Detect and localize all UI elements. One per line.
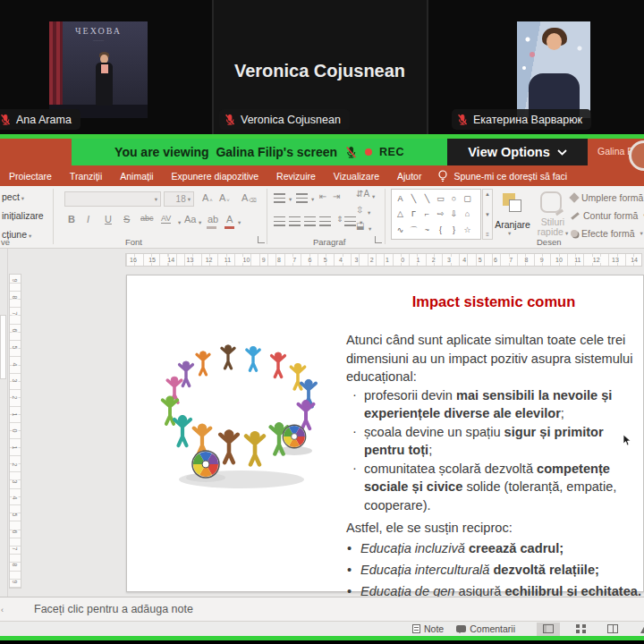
normal-view-button[interactable] bbox=[537, 623, 560, 636]
notes-resize-icon[interactable]: ‹ bbox=[1, 606, 4, 614]
clear-formatting-button[interactable]: A⌫ bbox=[242, 193, 257, 203]
participant-video bbox=[517, 21, 590, 118]
mic-muted-icon bbox=[456, 114, 469, 126]
ruler-number: 0 bbox=[13, 429, 19, 433]
text-direction-button[interactable]: ⇵A bbox=[356, 190, 369, 199]
comments-toggle-button[interactable]: Comentarii bbox=[456, 623, 515, 634]
tile-divider bbox=[427, 0, 428, 134]
ribbon-tab[interactable]: Animații bbox=[120, 171, 153, 182]
shape-icon[interactable]: ☆ bbox=[461, 223, 474, 238]
shape-icon[interactable]: ▭ bbox=[434, 191, 447, 206]
slide-sorter-view-button[interactable] bbox=[569, 623, 592, 636]
ruler-number: 3 bbox=[13, 379, 19, 383]
reset-button-partial[interactable]: inițializare bbox=[2, 210, 44, 221]
grow-font-button[interactable]: A˄ bbox=[202, 193, 213, 203]
align-text-button[interactable]: ⇳ bbox=[356, 206, 363, 215]
view-options-button[interactable]: View Options bbox=[447, 139, 588, 165]
bullet-marker: • bbox=[347, 538, 352, 559]
ruler-number: 12 bbox=[205, 257, 214, 263]
shape-icon[interactable]: { bbox=[434, 223, 447, 238]
reading-view-button[interactable] bbox=[601, 623, 624, 636]
bold-button[interactable]: B bbox=[68, 215, 75, 225]
layout-button-partial[interactable]: pect▾ bbox=[2, 191, 24, 202]
font-dialog-launcher[interactable] bbox=[258, 236, 265, 243]
scroll-up-icon[interactable]: ▲ bbox=[485, 191, 490, 197]
shape-icon[interactable]: ⇩ bbox=[447, 207, 461, 222]
ruler-number: 2 bbox=[13, 396, 19, 400]
shape-icon[interactable]: ⌐ bbox=[420, 207, 434, 222]
participant-name-label: Ana Arama bbox=[0, 109, 80, 130]
ribbon-tab[interactable]: Proiectare bbox=[9, 171, 52, 182]
ribbon-tab[interactable]: Ajutor bbox=[397, 171, 421, 182]
stage-backdrop-text: ЧЕХОВА bbox=[49, 26, 148, 36]
arrange-button[interactable]: Aranjare bbox=[490, 219, 535, 230]
shape-icon[interactable]: ⌂ bbox=[461, 207, 474, 222]
shape-icon[interactable]: ▢ bbox=[461, 191, 474, 206]
decrease-indent-button[interactable]: ⇤ bbox=[319, 192, 326, 201]
align-right-button[interactable] bbox=[304, 216, 316, 226]
line-spacing-button[interactable]: ⇕ bbox=[336, 216, 343, 224]
increase-indent-button[interactable]: ⇥ bbox=[333, 192, 340, 201]
arrange-caret: ▾ bbox=[508, 230, 511, 237]
shape-effects-button[interactable]: Efecte formă▾ bbox=[571, 228, 643, 239]
strikethrough-button[interactable]: S bbox=[123, 215, 130, 225]
ribbon-tab[interactable]: Expunere diapozitive bbox=[172, 171, 258, 182]
character-spacing-button[interactable]: AV bbox=[161, 215, 171, 224]
slideshow-button[interactable] bbox=[633, 623, 644, 636]
slide-canvas[interactable]: Impact sistemic comun Atunci când sunt a… bbox=[126, 275, 644, 592]
font-size-combo[interactable]: 18▾ bbox=[164, 191, 194, 207]
ruler-number: 1 bbox=[13, 446, 19, 450]
ruler-number: 6 bbox=[13, 329, 19, 333]
shape-icon[interactable]: ╲ bbox=[407, 191, 420, 206]
shape-icon[interactable]: ~ bbox=[420, 223, 434, 238]
shape-icon[interactable]: ⌒ bbox=[407, 223, 420, 238]
slide-title[interactable]: Impact sistemic comun bbox=[351, 293, 637, 310]
shape-icon[interactable]: ⇨ bbox=[434, 207, 447, 222]
shape-outline-button[interactable]: Contur formă▾ bbox=[571, 210, 644, 221]
notes-pane[interactable]: ‹ Faceți clic pentru a adăuga note bbox=[0, 597, 644, 621]
ruler-number: 4 bbox=[13, 362, 19, 366]
bullet-list-button[interactable] bbox=[274, 193, 285, 203]
mic-muted-icon bbox=[344, 146, 358, 159]
slide-body-text[interactable]: Atunci când sunt aplicate simultan toate… bbox=[346, 331, 644, 603]
shape-icon[interactable]: Γ bbox=[407, 207, 420, 222]
highlight-color-button[interactable]: ab bbox=[208, 215, 218, 225]
shape-fill-button[interactable]: Umplere formă▾ bbox=[571, 192, 644, 203]
bullet-marker: · bbox=[352, 386, 357, 404]
justify-button[interactable] bbox=[319, 216, 331, 226]
align-center-button[interactable] bbox=[289, 216, 301, 226]
font-name-combo[interactable]: ▾ bbox=[64, 191, 161, 207]
notes-toggle-button[interactable]: Note bbox=[412, 623, 444, 634]
change-case-button[interactable]: Aa bbox=[184, 215, 196, 225]
align-left-button[interactable] bbox=[274, 216, 285, 226]
shape-outline-icon bbox=[571, 212, 580, 220]
convert-smartart-button[interactable]: ⬓ bbox=[356, 222, 364, 231]
bullet-marker: · bbox=[352, 459, 357, 478]
ruler-number: 3 bbox=[446, 257, 452, 263]
shape-icon[interactable]: ○ bbox=[447, 191, 461, 206]
ruler-number: 4 bbox=[338, 257, 343, 263]
tell-me-box[interactable]: Spune-mi ce dorești să faci bbox=[453, 171, 567, 182]
italic-button[interactable]: I bbox=[87, 215, 89, 225]
underline-button[interactable]: U bbox=[105, 215, 112, 225]
ribbon-tab[interactable]: Revizuire bbox=[276, 171, 316, 182]
inclusion-circle-image[interactable] bbox=[147, 336, 336, 504]
ruler-number: 3 bbox=[13, 479, 19, 483]
font-color-button[interactable]: A bbox=[226, 215, 233, 225]
shape-icon[interactable]: ╲ bbox=[420, 191, 434, 206]
ruler-number: 10 bbox=[555, 257, 564, 263]
gallery-expand-icon[interactable]: ≡ bbox=[486, 232, 489, 237]
text-shadow-button[interactable]: abc bbox=[140, 215, 154, 223]
shapes-gallery-scrollbar[interactable]: ▲ ▼ ≡ bbox=[482, 189, 493, 240]
shape-icon[interactable]: A bbox=[394, 191, 407, 206]
ribbon-tab[interactable]: Tranziții bbox=[70, 171, 102, 182]
ruler-number: 5 bbox=[13, 345, 19, 349]
ribbon-tab[interactable]: Vizualizare bbox=[334, 171, 379, 182]
numbered-list-button[interactable] bbox=[296, 193, 308, 203]
shrink-font-button[interactable]: A˅ bbox=[219, 193, 230, 203]
shape-icon[interactable]: ∿ bbox=[394, 223, 407, 238]
shape-icon[interactable]: } bbox=[447, 223, 461, 238]
shape-icon[interactable]: △ bbox=[394, 207, 407, 222]
paragraph-dialog-launcher[interactable] bbox=[375, 236, 382, 243]
scroll-down-icon[interactable]: ▼ bbox=[485, 212, 490, 217]
